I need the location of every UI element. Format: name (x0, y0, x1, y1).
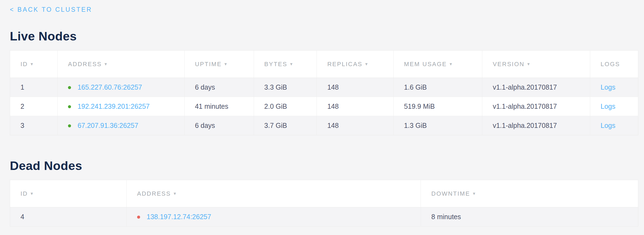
node-address-link[interactable]: 138.197.12.74:26257 (147, 213, 211, 221)
column-header-label: REPLICAS (327, 61, 362, 67)
nodes-overview-page: < BACK TO CLUSTER Live Nodes ID▾ ADDRESS… (0, 0, 644, 227)
node-bytes-cell: 3.3 GiB (254, 78, 317, 97)
column-header-label: ID (20, 61, 28, 67)
node-logs-link[interactable]: Logs (601, 83, 615, 91)
dead-status-dot-icon (137, 216, 140, 219)
column-header-address[interactable]: ADDRESS▾ (57, 51, 184, 78)
node-mem-usage-cell: 519.9 MiB (394, 97, 482, 116)
column-header-label: UPTIME (195, 61, 222, 67)
column-header-id[interactable]: ID▾ (10, 51, 58, 78)
node-logs-cell: Logs (590, 97, 638, 116)
column-header-logs: LOGS (590, 51, 638, 78)
table-row: 2 192.241.239.201:26257 41 minutes 2.0 G… (10, 97, 638, 116)
node-replicas-cell: 148 (317, 97, 394, 116)
node-version-cell: v1.1-alpha.20170817 (482, 78, 590, 97)
sort-arrow-icon: ▾ (527, 61, 530, 67)
column-header-address[interactable]: ADDRESS▾ (126, 180, 421, 207)
node-downtime-cell: 8 minutes (421, 207, 638, 227)
node-uptime-cell: 6 days (184, 116, 254, 135)
sort-arrow-icon: ▾ (31, 191, 33, 196)
sort-arrow-icon: ▾ (473, 191, 475, 196)
column-header-label: VERSION (493, 61, 525, 67)
sort-arrow-icon: ▾ (105, 61, 107, 67)
column-header-label: LOGS (601, 61, 620, 67)
node-version-cell: v1.1-alpha.20170817 (482, 116, 590, 135)
column-header-downtime[interactable]: DOWNTIME▾ (421, 180, 638, 207)
live-nodes-section: Live Nodes ID▾ ADDRESS▾ UPTIME▾ BYTES▾ R… (10, 29, 638, 135)
node-logs-cell: Logs (590, 78, 638, 97)
column-header-uptime[interactable]: UPTIME▾ (184, 51, 254, 78)
node-version-cell: v1.1-alpha.20170817 (482, 97, 590, 116)
column-header-label: DOWNTIME (431, 190, 470, 197)
column-header-replicas[interactable]: REPLICAS▾ (317, 51, 394, 78)
column-header-id[interactable]: ID▾ (10, 180, 127, 207)
node-id-cell: 4 (10, 207, 127, 227)
live-nodes-header-row: ID▾ ADDRESS▾ UPTIME▾ BYTES▾ REPLICAS▾ ME… (10, 51, 638, 78)
table-row: 1 165.227.60.76:26257 6 days 3.3 GiB 148… (10, 78, 638, 97)
node-replicas-cell: 148 (317, 78, 394, 97)
node-replicas-cell: 148 (317, 116, 394, 135)
node-logs-link[interactable]: Logs (601, 102, 615, 110)
column-header-label: BYTES (264, 61, 288, 67)
column-header-label: ADDRESS (68, 61, 102, 67)
column-header-mem-usage[interactable]: MEM USAGE▾ (394, 51, 482, 78)
sort-arrow-icon: ▾ (290, 61, 293, 67)
sort-arrow-icon: ▾ (224, 61, 227, 67)
node-address-cell: 138.197.12.74:26257 (126, 207, 421, 227)
node-address-link[interactable]: 67.207.91.36:26257 (78, 122, 138, 129)
node-id-cell: 1 (10, 78, 58, 97)
sort-arrow-icon: ▾ (31, 61, 33, 67)
live-status-dot-icon (68, 105, 71, 108)
sort-arrow-icon: ▾ (365, 61, 368, 67)
column-header-bytes[interactable]: BYTES▾ (254, 51, 317, 78)
live-status-dot-icon (68, 124, 71, 127)
dead-nodes-title: Dead Nodes (10, 159, 638, 173)
live-nodes-table: ID▾ ADDRESS▾ UPTIME▾ BYTES▾ REPLICAS▾ ME… (10, 50, 638, 135)
node-mem-usage-cell: 1.6 GiB (394, 78, 482, 97)
live-nodes-title: Live Nodes (10, 29, 638, 43)
node-address-cell: 165.227.60.76:26257 (57, 78, 184, 97)
column-header-version[interactable]: VERSION▾ (482, 51, 590, 78)
node-uptime-cell: 6 days (184, 78, 254, 97)
node-address-cell: 67.207.91.36:26257 (57, 116, 184, 135)
node-logs-cell: Logs (590, 116, 638, 135)
sort-arrow-icon: ▾ (450, 61, 452, 67)
column-header-label: MEM USAGE (404, 61, 447, 67)
live-status-dot-icon (68, 86, 71, 89)
back-to-cluster-link[interactable]: < BACK TO CLUSTER (10, 6, 92, 13)
dead-nodes-table: ID▾ ADDRESS▾ DOWNTIME▾ 4 138.197.12.74:2… (10, 180, 638, 227)
column-header-label: ADDRESS (137, 190, 171, 197)
column-header-label: ID (20, 190, 28, 197)
node-id-cell: 2 (10, 97, 58, 116)
sort-arrow-icon: ▾ (174, 191, 176, 196)
table-row: 4 138.197.12.74:26257 8 minutes (10, 207, 638, 227)
node-address-link[interactable]: 192.241.239.201:26257 (78, 102, 150, 110)
dead-nodes-section: Dead Nodes ID▾ ADDRESS▾ DOWNTIME▾ 4 138.… (10, 159, 638, 227)
dead-nodes-header-row: ID▾ ADDRESS▾ DOWNTIME▾ (10, 180, 638, 207)
node-mem-usage-cell: 1.3 GiB (394, 116, 482, 135)
table-row: 3 67.207.91.36:26257 6 days 3.7 GiB 148 … (10, 116, 638, 135)
node-bytes-cell: 3.7 GiB (254, 116, 317, 135)
node-uptime-cell: 41 minutes (184, 97, 254, 116)
node-logs-link[interactable]: Logs (601, 122, 615, 129)
node-id-cell: 3 (10, 116, 58, 135)
node-address-link[interactable]: 165.227.60.76:26257 (78, 83, 142, 91)
node-bytes-cell: 2.0 GiB (254, 97, 317, 116)
node-address-cell: 192.241.239.201:26257 (57, 97, 184, 116)
